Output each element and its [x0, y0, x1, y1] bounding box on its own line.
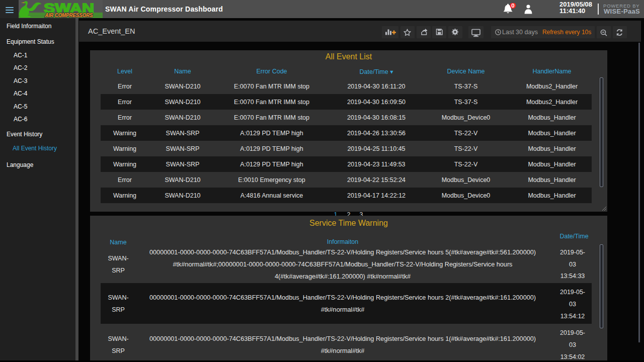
svg-text:0: 0	[511, 3, 514, 9]
svg-text:AIR COMPRESSORS: AIR COMPRESSORS	[45, 12, 93, 18]
